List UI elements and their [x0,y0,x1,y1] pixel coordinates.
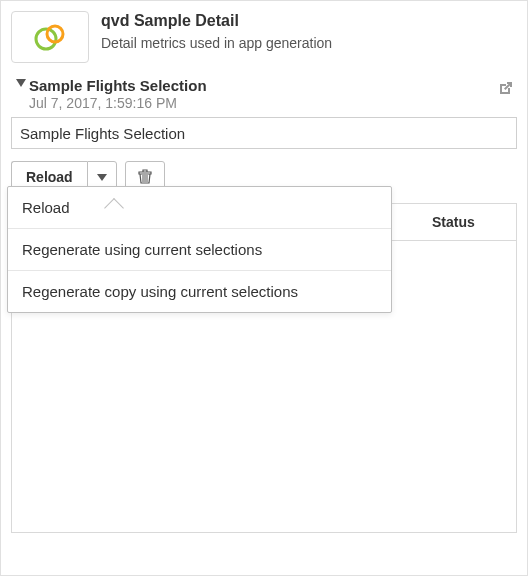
app-subtitle: Detail metrics used in app generation [101,33,332,53]
menu-item-regenerate[interactable]: Regenerate using current selections [8,229,391,271]
menu-item-regenerate-copy[interactable]: Regenerate copy using current selections [8,271,391,312]
svg-marker-3 [97,174,107,181]
menu-item-reload[interactable]: Reload [8,187,391,229]
app-header: qvd Sample Detail Detail metrics used in… [11,11,517,63]
open-external-button[interactable] [495,79,515,99]
table-col-status: Status [391,204,516,240]
external-link-icon [496,80,514,98]
svg-marker-2 [16,79,26,87]
app-logo-icon [30,17,70,57]
selection-header: Sample Flights Selection Jul 7, 2017, 1:… [11,77,517,111]
selection-title: Sample Flights Selection [29,77,207,94]
chevron-down-icon [97,172,107,182]
trash-icon [137,169,153,185]
selection-name-input[interactable] [11,117,517,149]
app-logo-box [11,11,89,63]
app-title: qvd Sample Detail [101,11,332,31]
collapse-caret-icon[interactable] [16,79,26,89]
selection-timestamp: Jul 7, 2017, 1:59:16 PM [29,95,207,111]
reload-dropdown-menu: Reload Regenerate using current selectio… [7,186,392,313]
